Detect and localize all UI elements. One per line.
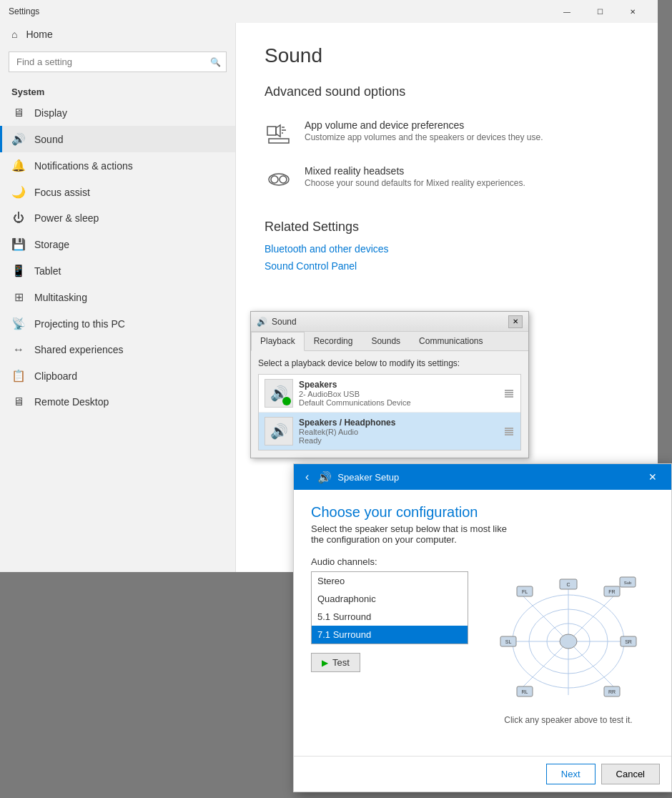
- mixed-reality-icon: [265, 165, 293, 194]
- svg-point-7: [271, 176, 278, 183]
- storage-icon: 💾: [11, 237, 26, 251]
- speakers-usb-sub1: 2- AudioBox USB: [299, 390, 498, 398]
- close-button[interactable]: ✕: [616, 0, 649, 23]
- display-icon: 🖥: [11, 107, 26, 119]
- svg-rect-5: [269, 139, 289, 143]
- device-item-speakers-headphones[interactable]: 🔊 Speakers / Headphones Realtek(R) Audio…: [259, 413, 520, 450]
- sidebar-item-home[interactable]: ⌂ Home: [0, 23, 235, 46]
- svg-text:RL: RL: [522, 689, 528, 694]
- option-mixed-reality-title: Mixed reality headsets: [305, 165, 525, 177]
- related-link-sound-panel[interactable]: Sound Control Panel: [265, 260, 629, 272]
- sound-tab-playback[interactable]: Playback: [251, 332, 305, 351]
- search-input[interactable]: [9, 51, 227, 72]
- sidebar-item-multitasking-label: Multitasking: [34, 292, 87, 303]
- sidebar-item-notifications-label: Notifications & actions: [34, 160, 133, 172]
- notifications-icon: 🔔: [11, 159, 26, 172]
- sidebar-item-projecting[interactable]: 📡 Projecting to this PC: [0, 310, 235, 337]
- search-icon: 🔍: [210, 57, 221, 67]
- sound-panel-icon: 🔊: [257, 317, 267, 327]
- volume-bar-1: [503, 390, 515, 398]
- next-button[interactable]: Next: [546, 764, 596, 784]
- clipboard-icon: 📋: [11, 369, 26, 383]
- home-label: Home: [26, 29, 52, 40]
- sound-tab-communications[interactable]: Communications: [410, 332, 492, 350]
- speaker-setup-title-text: Speaker Setup: [337, 472, 399, 483]
- sidebar-item-display-label: Display: [34, 107, 67, 119]
- option-app-volume[interactable]: App volume and device preferences Custom…: [265, 111, 629, 157]
- speaker-back-button[interactable]: ‹: [302, 471, 312, 483]
- green-dot-indicator: [282, 397, 291, 405]
- volume-bar-2: [503, 428, 515, 435]
- channel-surround71[interactable]: 7.1 Surround: [312, 626, 468, 644]
- minimize-button[interactable]: —: [550, 0, 583, 23]
- sidebar-item-storage[interactable]: 💾 Storage: [0, 231, 235, 257]
- svg-text:Sub: Sub: [624, 581, 632, 585]
- sidebar-item-sound[interactable]: 🔊 Sound: [0, 126, 235, 152]
- sound-tab-sounds[interactable]: Sounds: [362, 332, 410, 350]
- speakers-usb-status: Default Communications Device: [299, 398, 498, 407]
- vol-line: [505, 390, 513, 391]
- svg-text:C: C: [566, 582, 570, 587]
- option-mixed-reality[interactable]: Mixed reality headsets Choose your sound…: [265, 157, 629, 202]
- sidebar-item-notifications[interactable]: 🔔 Notifications & actions: [0, 152, 235, 179]
- sidebar-section-title: System: [0, 78, 235, 100]
- speaker-click-hint: Click any speaker above to test it.: [504, 715, 632, 725]
- search-box: 🔍: [9, 51, 227, 72]
- svg-point-6: [269, 174, 289, 185]
- focus-icon: 🌙: [11, 185, 26, 199]
- sidebar-item-tablet-label: Tablet: [34, 265, 61, 277]
- home-icon: ⌂: [11, 29, 17, 40]
- sound-icon: 🔊: [11, 132, 26, 146]
- speaker-setup-dialog: ‹ 🔊 Speaker Setup ✕ Choose your configur…: [293, 463, 672, 792]
- vol-line: [505, 432, 513, 433]
- vol-line: [505, 430, 513, 431]
- channel-surround51[interactable]: 5.1 Surround: [312, 608, 468, 626]
- related-link-bluetooth[interactable]: Bluetooth and other devices: [265, 243, 629, 255]
- speakers-headphones-sub1: Realtek(R) Audio: [299, 428, 498, 436]
- test-btn-label: Test: [332, 657, 350, 668]
- speaker-diagram: C FL FR SL SR RL: [497, 573, 640, 709]
- sound-panel-body: Select a playback device below to modify…: [251, 351, 528, 458]
- sidebar-item-multitasking[interactable]: ⊞ Multitasking: [0, 284, 235, 310]
- cancel-button[interactable]: Cancel: [601, 764, 660, 784]
- sidebar-item-power[interactable]: ⏻ Power & sleep: [0, 205, 235, 231]
- maximize-button[interactable]: ☐: [583, 0, 616, 23]
- svg-point-8: [280, 176, 287, 183]
- sidebar-item-focus[interactable]: 🌙 Focus assist: [0, 179, 235, 205]
- svg-text:FR: FR: [608, 589, 615, 594]
- speaker-setup-close-button[interactable]: ✕: [643, 467, 663, 487]
- sidebar-item-clipboard[interactable]: 📋 Clipboard: [0, 363, 235, 389]
- svg-text:FL: FL: [522, 589, 528, 594]
- multitasking-icon: ⊞: [11, 290, 26, 304]
- vol-line: [505, 394, 513, 395]
- test-button[interactable]: ▶ Test: [311, 653, 360, 672]
- window-controls: — ☐ ✕: [550, 0, 649, 23]
- setup-left: Audio channels: Stereo Quadraphonic 5.1 …: [311, 556, 468, 742]
- svg-rect-0: [267, 127, 276, 135]
- page-title: Sound: [265, 44, 629, 67]
- remote-icon: 🖥: [11, 395, 26, 408]
- device-list: 🔊 Speakers 2- AudioBox USB Default Commu…: [258, 374, 521, 450]
- sidebar-item-tablet[interactable]: 📱 Tablet: [0, 257, 235, 284]
- device-item-speakers-usb[interactable]: 🔊 Speakers 2- AudioBox USB Default Commu…: [259, 375, 520, 413]
- sound-panel-close-button[interactable]: ✕: [508, 315, 523, 328]
- sidebar-item-focus-label: Focus assist: [34, 187, 90, 198]
- sidebar-item-display[interactable]: 🖥 Display: [0, 100, 235, 126]
- sidebar-item-power-label: Power & sleep: [34, 212, 99, 224]
- sidebar-item-clipboard-label: Clipboard: [34, 370, 77, 382]
- setup-description: Select the speaker setup below that is m…: [311, 523, 654, 545]
- sidebar-item-shared-label: Shared experiences: [34, 344, 124, 355]
- sidebar-item-shared[interactable]: ↔ Shared experiences: [0, 337, 235, 363]
- channel-list: Stereo Quadraphonic 5.1 Surround 7.1 Sur…: [311, 571, 468, 644]
- speaker-setup-body: Choose your configuration Select the spe…: [294, 490, 671, 756]
- option-mixed-reality-text: Mixed reality headsets Choose your sound…: [305, 165, 525, 188]
- sound-tab-recording[interactable]: Recording: [305, 332, 362, 350]
- setup-heading: Choose your configuration: [311, 504, 654, 521]
- svg-marker-1: [276, 125, 280, 137]
- sidebar-item-remote[interactable]: 🖥 Remote Desktop: [0, 389, 235, 415]
- speakers-usb-info: Speakers 2- AudioBox USB Default Communi…: [299, 380, 498, 407]
- speaker-setup-title-left: ‹ 🔊 Speaker Setup: [302, 471, 399, 484]
- channel-stereo[interactable]: Stereo: [312, 572, 468, 590]
- speakers-headphones-name: Speakers / Headphones: [299, 418, 498, 428]
- channel-quadraphonic[interactable]: Quadraphonic: [312, 590, 468, 608]
